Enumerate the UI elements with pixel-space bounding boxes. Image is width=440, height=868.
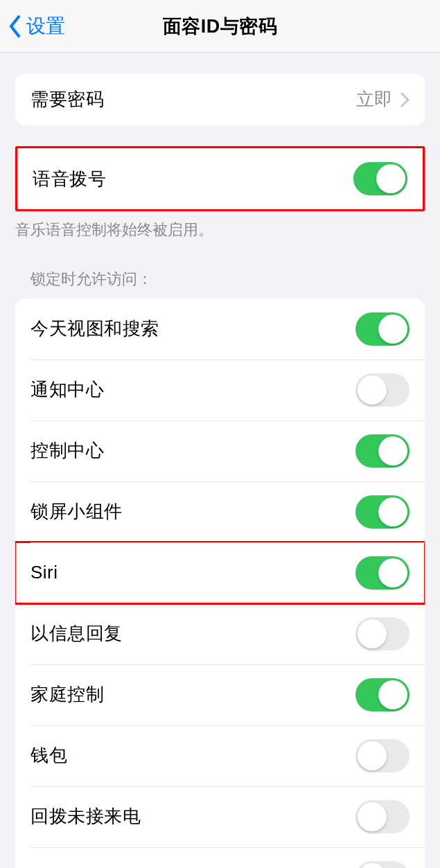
voice-dial-highlight: 语音拨号 (15, 146, 425, 211)
lock-access-row: USB配件 (15, 847, 425, 868)
toggle-switch[interactable] (355, 861, 410, 868)
lock-access-header: 锁定时允许访问： (15, 269, 425, 299)
row-label: 今天视图和搜索 (30, 317, 159, 341)
toggle-switch[interactable] (355, 434, 410, 468)
row-label: 家庭控制 (30, 682, 104, 707)
toggle-switch[interactable] (355, 617, 410, 650)
lock-access-row: 通知中心 (15, 360, 425, 420)
row-label: 以信息回复 (30, 621, 123, 646)
chevron-left-icon (8, 15, 22, 38)
lock-access-row: 钱包 (15, 725, 425, 786)
lock-access-row: 回拨未接来电 (15, 786, 425, 847)
lock-access-row: 今天视图和搜索 (15, 299, 425, 360)
row-label: 通知中心 (30, 378, 104, 402)
toggle-switch[interactable] (355, 495, 410, 529)
toggle-switch[interactable] (355, 678, 410, 711)
voice-dial-footer: 音乐语音控制将始终被启用。 (0, 211, 440, 241)
row-label: 锁屏小组件 (30, 499, 123, 524)
lock-access-row: Siri (15, 542, 425, 603)
row-label: 控制中心 (30, 439, 104, 463)
row-label: 语音拨号 (33, 167, 106, 191)
row-label: 需要密码 (30, 87, 104, 112)
row-label: 钱包 (30, 743, 67, 768)
row-value: 立即 (356, 87, 392, 112)
row-label: USB配件 (30, 865, 105, 868)
lock-access-row: 以信息回复 (15, 603, 425, 664)
back-label: 设置 (26, 13, 65, 39)
voice-dial-row: 语音拨号 (17, 148, 423, 209)
lock-access-row: 家庭控制 (15, 664, 425, 725)
row-label: Siri (30, 562, 58, 583)
voice-dial-toggle[interactable] (353, 162, 407, 195)
chevron-right-icon (401, 92, 410, 107)
require-passcode-row[interactable]: 需要密码 立即 (15, 73, 425, 125)
navigation-bar: 设置 面容ID与密码 (0, 0, 440, 53)
toggle-switch[interactable] (355, 556, 410, 590)
toggle-switch[interactable] (355, 312, 410, 346)
back-button[interactable]: 设置 (8, 13, 65, 39)
lock-access-row: 锁屏小组件 (15, 481, 425, 542)
row-label: 回拨未接来电 (30, 804, 141, 829)
toggle-switch[interactable] (355, 373, 410, 407)
lock-access-row: 控制中心 (15, 420, 425, 481)
toggle-switch[interactable] (355, 739, 410, 772)
toggle-switch[interactable] (355, 800, 410, 833)
page-title: 面容ID与密码 (163, 14, 278, 39)
